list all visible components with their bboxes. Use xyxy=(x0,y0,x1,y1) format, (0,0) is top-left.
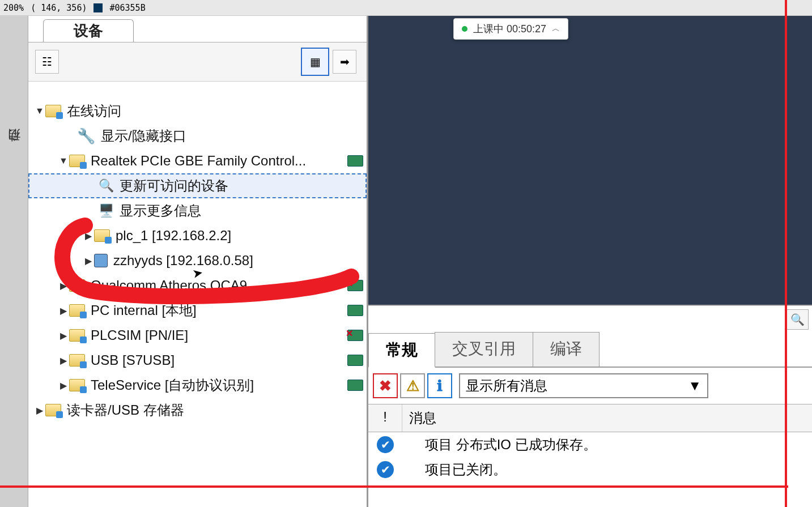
col-message: 消息 xyxy=(402,404,812,432)
network-status-icon xyxy=(347,155,363,167)
chevron-right-icon[interactable]: ▶ xyxy=(58,380,69,391)
color-hex: #06355B xyxy=(109,3,145,13)
message-filter-row: ✖ ⚠ ℹ 显示所有消息 ▼ xyxy=(373,373,807,398)
message-text: 项目 分布式IO 已成功保存。 xyxy=(402,436,812,454)
check-icon: ✔ xyxy=(377,461,394,478)
devices-panel: 设备 ☷ ▦ ➡ ▼ 在线访问 🔧 显示/隐藏接口 ▼ Realtek PCIe… xyxy=(28,16,368,507)
tree-label: TeleService [自动协议识别] xyxy=(91,376,254,394)
info-strip: 200% ( 146, 356) #06355B xyxy=(0,0,812,16)
message-filter-select[interactable]: 显示所有消息 ▼ xyxy=(459,373,708,398)
chevron-right-icon[interactable]: ▶ xyxy=(34,405,45,416)
tree-show-more-info[interactable]: 🖥️ 显示更多信息 xyxy=(28,198,367,223)
chevron-down-icon[interactable]: ▼ xyxy=(58,156,69,166)
tree-label: zzhyyds [192.168.0.58] xyxy=(113,253,253,269)
network-status-off-icon xyxy=(347,280,363,291)
folder-icon xyxy=(45,404,61,416)
chevron-right-icon[interactable]: ▶ xyxy=(58,330,69,341)
tab-compile[interactable]: 编译 xyxy=(533,332,600,367)
filter-error-button[interactable]: ✖ xyxy=(373,373,398,398)
device-tree: ▼ 在线访问 🔧 显示/隐藏接口 ▼ Realtek PCIe GBE Fami… xyxy=(28,82,367,507)
chevron-down-icon[interactable]: ▼ xyxy=(34,106,45,116)
chevron-down-icon: ▼ xyxy=(688,378,702,394)
tree-label: USB [S7USB] xyxy=(91,352,175,368)
tree-update-accessible-devices[interactable]: 🔍 更新可访问的设备 xyxy=(28,173,367,198)
folder-icon xyxy=(69,354,85,367)
message-row[interactable]: ✔ 项目已关闭。 xyxy=(368,457,812,482)
folder-icon xyxy=(94,229,110,242)
toolbar-btn-1[interactable]: ☷ xyxy=(35,50,59,74)
message-row[interactable]: ✔ 项目 分布式IO 已成功保存。 xyxy=(368,432,812,457)
message-table-header: ! 消息 xyxy=(368,404,812,432)
col-severity: ! xyxy=(368,404,402,432)
side-rail: 启动 xyxy=(0,16,28,507)
tree-label: Realtek PCIe GBE Family Control... xyxy=(91,153,306,169)
zoom-level: 200% xyxy=(3,3,24,13)
canvas-area[interactable]: 上课中 00:50:27 ︿ xyxy=(368,16,812,305)
refresh-icon: 🔍 xyxy=(99,178,114,193)
filter-info-button[interactable]: ℹ xyxy=(427,373,452,398)
filter-warning-button[interactable]: ⚠ xyxy=(400,373,425,398)
tree-label: PC internal [本地] xyxy=(91,301,197,319)
check-icon: ✔ xyxy=(377,436,394,453)
message-text: 项目已关闭。 xyxy=(402,461,812,479)
info-search-button[interactable]: 🔍 xyxy=(786,309,809,330)
tree-card-reader[interactable]: ▶ 读卡器/USB 存储器 xyxy=(28,398,367,423)
wrench-icon: 🔧 xyxy=(77,127,95,145)
chevron-right-icon[interactable]: ▶ xyxy=(58,305,69,316)
tab-cross-reference[interactable]: 交叉引用 xyxy=(435,332,533,367)
tree-label: 读卡器/USB 存储器 xyxy=(67,401,184,419)
info-tabs: 常规 交叉引用 编译 xyxy=(368,332,812,368)
network-status-off-icon xyxy=(347,330,363,341)
folder-icon xyxy=(45,105,61,117)
status-text: 上课中 00:50:27 xyxy=(473,22,546,36)
color-swatch xyxy=(93,3,103,12)
tree-label: Qualcomm Atheros QCA9... xyxy=(91,278,258,293)
tree-realtek-adapter[interactable]: ▼ Realtek PCIe GBE Family Control... xyxy=(28,148,367,173)
tree-label: 在线访问 xyxy=(67,102,121,120)
chevron-right-icon[interactable]: ▶ xyxy=(83,231,94,241)
tree-show-hide-interfaces[interactable]: 🔧 显示/隐藏接口 xyxy=(28,123,367,148)
tree-label: 显示更多信息 xyxy=(120,202,201,220)
folder-icon xyxy=(69,329,85,342)
folder-icon xyxy=(69,155,85,167)
folder-icon xyxy=(69,304,85,317)
tree-plc-1[interactable]: ▶ plc_1 [192.168.2.2] xyxy=(28,223,367,248)
cursor-coords: ( 146, 356) xyxy=(31,3,87,13)
tree-label: PLCSIM [PN/IE] xyxy=(91,327,188,343)
info-panel: 🔍 常规 交叉引用 编译 ✖ ⚠ ℹ 显示所有消息 ▼ ! 消息 ✔ xyxy=(368,305,812,507)
tree-online-access[interactable]: ▼ 在线访问 xyxy=(28,99,367,123)
folder-icon xyxy=(69,279,85,292)
tree-label: plc_1 [192.168.2.2] xyxy=(116,228,231,244)
folder-icon xyxy=(69,379,85,391)
info-icon: 🖥️ xyxy=(99,203,114,218)
tree-plcsim[interactable]: ▶ PLCSIM [PN/IE] xyxy=(28,323,367,348)
class-status-pill[interactable]: 上课中 00:50:27 ︿ xyxy=(453,18,568,40)
annotation-border-right xyxy=(785,0,787,507)
tab-general[interactable]: 常规 xyxy=(368,333,435,368)
chevron-right-icon[interactable]: ▶ xyxy=(58,355,69,366)
network-status-icon xyxy=(347,305,363,316)
tree-teleservice[interactable]: ▶ TeleService [自动协议识别] xyxy=(28,373,367,398)
device-icon xyxy=(94,254,108,267)
tree-label: 显示/隐藏接口 xyxy=(101,127,186,145)
tree-usb[interactable]: ▶ USB [S7USB] xyxy=(28,348,367,373)
panel-toolbar: ☷ ▦ ➡ xyxy=(28,42,367,82)
tree-pc-internal[interactable]: ▶ PC internal [本地] xyxy=(28,298,367,323)
right-side: 上课中 00:50:27 ︿ 🔍 常规 交叉引用 编译 ✖ ⚠ ℹ 显示所有消息… xyxy=(368,16,812,507)
toolbar-export-button[interactable]: ➡ xyxy=(333,50,356,74)
chevron-up-icon[interactable]: ︿ xyxy=(552,24,560,34)
network-status-icon xyxy=(347,380,363,391)
toolbar-view-grid-button[interactable]: ▦ xyxy=(301,48,329,76)
chevron-right-icon[interactable]: ▶ xyxy=(83,255,94,266)
tree-label: 更新可访问的设备 xyxy=(120,177,228,195)
filter-select-value: 显示所有消息 xyxy=(466,377,547,395)
annotation-border-bottom xyxy=(0,485,788,488)
network-status-icon xyxy=(347,355,363,366)
chevron-right-icon[interactable]: ▶ xyxy=(58,280,69,291)
status-dot-icon xyxy=(462,26,467,32)
devices-tab[interactable]: 设备 xyxy=(43,19,134,42)
